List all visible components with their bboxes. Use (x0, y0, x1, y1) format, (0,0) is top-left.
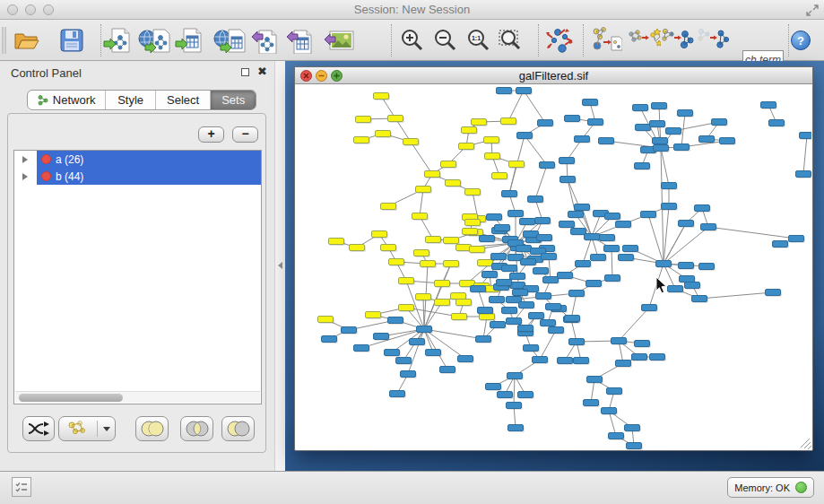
graph-node-blue[interactable] (480, 236, 495, 242)
graph-node-blue[interactable] (388, 317, 403, 324)
graph-edge[interactable] (524, 91, 545, 123)
graph-node-blue[interactable] (517, 133, 533, 139)
graph-node-yellow[interactable] (366, 312, 381, 318)
graph-node-blue[interactable] (656, 261, 672, 267)
graph-edge[interactable] (408, 329, 424, 374)
graph-node-blue[interactable] (538, 120, 553, 126)
graph-node-blue[interactable] (490, 297, 505, 303)
graph-node-blue[interactable] (641, 212, 656, 218)
extract-set-button[interactable] (22, 416, 55, 441)
graph-node-blue[interactable] (374, 334, 389, 340)
graph-node-blue[interactable] (491, 254, 507, 260)
import-network-web-button[interactable] (137, 23, 171, 57)
graph-edge[interactable] (648, 214, 664, 264)
graph-node-yellow[interactable] (381, 245, 396, 251)
export-image-button[interactable] (322, 23, 356, 57)
panel-divider[interactable] (274, 61, 285, 471)
graph-node-yellow[interactable] (376, 131, 391, 137)
graph-node-blue[interactable] (773, 241, 788, 248)
graph-node-blue[interactable] (685, 282, 700, 289)
graph-edge[interactable] (525, 135, 547, 165)
graph-node-blue[interactable] (535, 218, 551, 224)
export-table-button[interactable] (283, 23, 317, 57)
graph-node-blue[interactable] (587, 377, 603, 383)
graph-node-blue[interactable] (712, 119, 727, 126)
graph-node-blue[interactable] (559, 222, 575, 228)
graph-node-blue[interactable] (604, 246, 620, 252)
graph-edge[interactable] (803, 135, 807, 174)
graph-node-blue[interactable] (417, 326, 432, 333)
graph-edge[interactable] (514, 376, 515, 405)
graph-node-yellow[interactable] (478, 260, 493, 266)
graph-node-blue[interactable] (588, 119, 603, 126)
graph-node-blue[interactable] (518, 326, 533, 332)
graph-node-blue[interactable] (652, 103, 667, 109)
set-row[interactable]: a (26) (14, 151, 261, 168)
graph-node-blue[interactable] (616, 222, 631, 228)
graph-node-blue[interactable] (609, 433, 624, 439)
zoom-out-button[interactable] (429, 23, 463, 57)
open-session-button[interactable] (10, 23, 44, 57)
network-window-titlebar[interactable]: galFiltered.sif (295, 67, 812, 84)
graph-node-blue[interactable] (410, 339, 425, 345)
graph-node-blue[interactable] (540, 162, 555, 169)
graph-node-blue[interactable] (584, 400, 599, 406)
graph-node-yellow[interactable] (416, 294, 431, 300)
graph-node-blue[interactable] (385, 350, 400, 356)
network-from-selection-button[interactable] (589, 23, 623, 57)
graph-node-blue[interactable] (636, 125, 651, 131)
graph-node-blue[interactable] (390, 391, 405, 397)
graph-node-blue[interactable] (666, 128, 681, 135)
graph-node-yellow[interactable] (372, 231, 387, 238)
graph-node-yellow[interactable] (472, 119, 487, 126)
graph-node-blue[interactable] (605, 213, 620, 220)
graph-node-blue[interactable] (654, 145, 669, 152)
graph-node-blue[interactable] (720, 138, 735, 144)
graph-node-blue[interactable] (559, 158, 575, 164)
export-network-button[interactable] (248, 23, 282, 57)
graph-edge[interactable] (423, 297, 424, 329)
graph-node-blue[interactable] (516, 246, 532, 252)
graph-node-yellow[interactable] (465, 189, 481, 196)
graph-node-yellow[interactable] (441, 161, 456, 168)
graph-node-blue[interactable] (497, 280, 512, 286)
graph-node-blue[interactable] (678, 110, 693, 117)
graph-node-yellow[interactable] (446, 180, 461, 187)
graph-edge[interactable] (619, 308, 649, 341)
tab-sets[interactable]: Sets (211, 91, 256, 109)
graph-node-blue[interactable] (502, 191, 517, 197)
graph-node-blue[interactable] (342, 327, 357, 334)
graph-node-blue[interactable] (507, 318, 522, 325)
graph-node-yellow[interactable] (350, 245, 365, 251)
apply-preferred-layout-button[interactable] (543, 23, 577, 57)
graph-node-blue[interactable] (516, 88, 532, 94)
collapse-panel-icon[interactable] (278, 262, 282, 269)
graph-node-yellow[interactable] (389, 259, 404, 265)
graph-node-blue[interactable] (575, 204, 590, 211)
graph-node-blue[interactable] (605, 275, 620, 282)
graph-node-blue[interactable] (571, 229, 586, 235)
graph-node-blue[interactable] (575, 136, 590, 143)
graph-node-yellow[interactable] (374, 93, 389, 100)
graph-node-blue[interactable] (635, 163, 650, 169)
graph-node-blue[interactable] (600, 235, 615, 241)
graph-edge[interactable] (535, 165, 547, 199)
graph-node-yellow[interactable] (412, 213, 428, 220)
graph-node-blue[interactable] (541, 320, 556, 326)
graph-node-blue[interactable] (546, 304, 561, 310)
graph-node-blue[interactable] (519, 302, 534, 308)
expand-arrow-icon[interactable] (22, 173, 28, 180)
toolbar-grip[interactable] (2, 27, 6, 54)
graph-node-blue[interactable] (619, 255, 634, 261)
selected-set[interactable]: a (26) (37, 151, 261, 168)
graph-node-blue[interactable] (322, 336, 337, 343)
zoom-actual-size-button[interactable]: 1:1 (462, 23, 496, 57)
graph-node-yellow[interactable] (485, 153, 500, 160)
intersection-button[interactable] (180, 416, 213, 441)
graph-node-blue[interactable] (558, 358, 573, 364)
resize-grip[interactable] (801, 439, 811, 449)
graph-node-blue[interactable] (440, 367, 455, 373)
horizontal-scrollbar[interactable] (15, 391, 260, 403)
graph-node-blue[interactable] (632, 354, 647, 361)
graph-node-blue[interactable] (518, 392, 533, 398)
